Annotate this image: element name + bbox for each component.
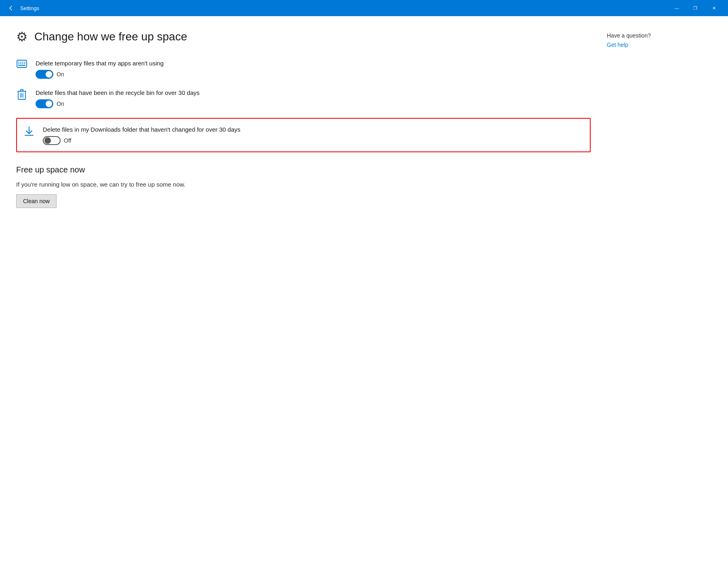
sidebar-panel: Have a question? Get help xyxy=(607,29,712,208)
download-icon xyxy=(23,126,35,137)
toggle-label-1: On xyxy=(57,71,64,78)
page-header: ⚙ Change how we free up space xyxy=(16,29,591,44)
window-title: Settings xyxy=(20,5,667,11)
titlebar: Settings — ❐ ✕ xyxy=(0,0,728,16)
main-content: ⚙ Change how we free up space xyxy=(0,16,728,221)
keyboard-icon xyxy=(16,60,27,68)
section-description: If you're running low on space, we can t… xyxy=(16,181,591,188)
svg-rect-2 xyxy=(20,62,21,63)
svg-rect-1 xyxy=(18,62,19,63)
section-heading: Free up space now xyxy=(16,165,591,174)
svg-rect-8 xyxy=(24,63,25,64)
setting-recycle-bin-content: Delete files that have been in the recyc… xyxy=(36,88,200,108)
svg-rect-5 xyxy=(18,63,19,64)
svg-rect-3 xyxy=(22,62,23,63)
toggle-label-3: Off xyxy=(64,137,71,144)
maximize-button[interactable]: ❐ xyxy=(686,0,705,16)
toggle-recycle-bin[interactable]: On xyxy=(36,99,200,108)
back-button[interactable] xyxy=(5,2,17,14)
settings-icon: ⚙ xyxy=(16,29,28,44)
setting-recycle-bin-label: Delete files that have been in the recyc… xyxy=(36,88,200,97)
toggle-thumb-2 xyxy=(46,101,52,107)
minimize-button[interactable]: — xyxy=(667,0,686,16)
clean-now-button[interactable]: Clean now xyxy=(16,194,57,208)
svg-rect-7 xyxy=(22,63,23,64)
toggle-track-on-2 xyxy=(36,99,53,108)
setting-downloads-label: Delete files in my Downloads folder that… xyxy=(43,125,240,134)
main-panel: ⚙ Change how we free up space xyxy=(16,29,591,208)
svg-rect-4 xyxy=(24,62,25,63)
toggle-downloads[interactable]: Off xyxy=(43,136,240,145)
close-button[interactable]: ✕ xyxy=(705,0,723,16)
svg-rect-6 xyxy=(20,63,21,64)
setting-temp-files-label: Delete temporary files that my apps aren… xyxy=(36,59,164,67)
toggle-temp-files[interactable]: On xyxy=(36,70,164,79)
setting-downloads-content: Delete files in my Downloads folder that… xyxy=(43,125,240,145)
setting-temp-files-content: Delete temporary files that my apps aren… xyxy=(36,59,164,79)
svg-rect-9 xyxy=(18,65,25,66)
free-up-section: Free up space now If you're running low … xyxy=(16,165,591,208)
get-help-link[interactable]: Get help xyxy=(607,42,628,48)
page-title: Change how we free up space xyxy=(34,30,187,43)
window-controls: — ❐ ✕ xyxy=(667,0,723,16)
toggle-thumb-1 xyxy=(46,71,52,78)
trash-icon xyxy=(16,89,27,100)
toggle-label-2: On xyxy=(57,101,64,107)
toggle-track-on-1 xyxy=(36,70,53,79)
setting-recycle-bin: Delete files that have been in the recyc… xyxy=(16,88,591,108)
toggle-thumb-3 xyxy=(44,137,51,144)
setting-downloads-highlighted: Delete files in my Downloads folder that… xyxy=(16,118,591,152)
toggle-track-off xyxy=(43,136,61,145)
setting-temp-files: Delete temporary files that my apps aren… xyxy=(16,59,591,79)
sidebar-question: Have a question? xyxy=(607,32,712,39)
